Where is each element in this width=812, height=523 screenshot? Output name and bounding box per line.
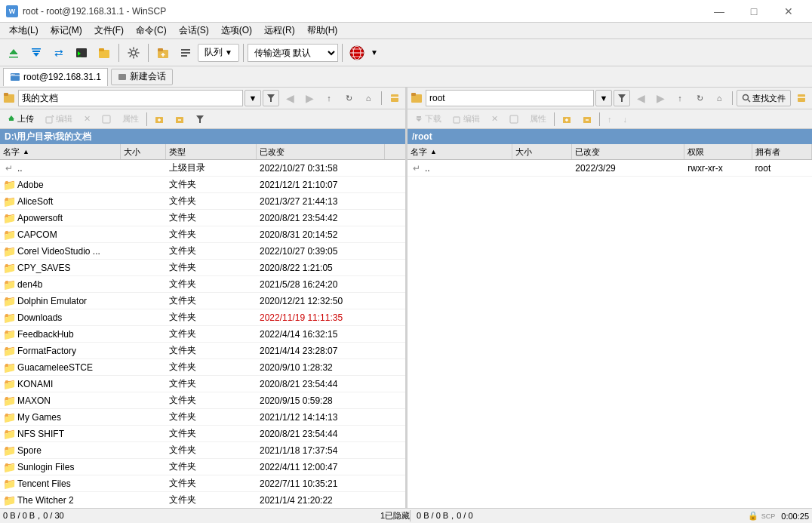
right-col-perm[interactable]: 权限 — [684, 144, 752, 159]
right-path-input[interactable] — [426, 90, 594, 106]
close-button[interactable]: ✕ — [771, 0, 806, 23]
menu-command[interactable]: 命令(C) — [130, 23, 173, 39]
right-filter-btn[interactable] — [614, 90, 630, 106]
left-home-btn[interactable]: ⌂ — [359, 90, 377, 106]
left-list-item[interactable]: 📁 Adobe 文件夹 2021/12/1 21:10:07 — [0, 177, 405, 193]
right-addr-sep — [732, 91, 733, 105]
left-col-date[interactable]: 已改变 — [257, 144, 385, 159]
maximize-button[interactable]: □ — [737, 0, 771, 23]
up-dir-icon: ↵ — [3, 162, 15, 174]
left-filter-btn2[interactable] — [190, 111, 210, 128]
status-bar: 0 B / 0 B，0 / 30 1已隐藏 0 B / 0 B，0 / 0 🔒 … — [0, 508, 812, 523]
left-list-item[interactable]: 📁 KONAMI 文件夹 2020/8/21 23:54:44 — [0, 376, 405, 392]
left-list-item[interactable]: 📁 The Witcher 2 文件夹 2021/1/4 21:20:22 — [0, 492, 405, 508]
left-col-name[interactable]: 名字 ▲ — [0, 144, 121, 159]
svg-rect-38 — [103, 115, 110, 123]
left-list-item[interactable]: 📁 Spore 文件夹 2021/1/18 17:37:54 — [0, 442, 405, 459]
left-list-item[interactable]: 📁 AliceSoft 文件夹 2021/3/27 21:44:13 — [0, 193, 405, 210]
left-refresh-btn[interactable]: ↻ — [340, 90, 358, 106]
right-bookmark-btn[interactable] — [792, 90, 810, 106]
upload-button[interactable] — [3, 42, 24, 63]
left-cell-name: 📁 Tencent Files — [0, 475, 121, 492]
status-left: 0 B / 0 B，0 / 30 1已隐藏 — [3, 510, 411, 521]
left-list-item[interactable]: 📁 NFS SHIFT 文件夹 2020/8/21 23:54:44 — [0, 426, 405, 442]
menu-local[interactable]: 本地(L) — [3, 23, 45, 39]
left-list-item[interactable]: ↵ .. 上级目录 2022/10/27 0:31:58 — [0, 160, 405, 177]
right-file-list[interactable]: 名字 ▲ 大小 已改变 权限 拥有者 ↵ .. 2022/3/29 rwxr-x… — [408, 144, 812, 508]
left-bookmark-btn[interactable] — [386, 90, 404, 106]
left-cell-name: 📁 FormatFactory — [0, 343, 121, 359]
left-newdir-btn[interactable] — [149, 111, 169, 128]
left-list-item[interactable]: 📁 Tencent Files 文件夹 2022/7/11 10:35:21 — [0, 475, 405, 492]
left-list-item[interactable]: 📁 Apowersoft 文件夹 2020/8/21 23:54:42 — [0, 210, 405, 226]
svg-marker-4 — [33, 53, 39, 57]
svg-marker-44 — [196, 115, 204, 123]
left-filter-btn[interactable] — [263, 90, 279, 106]
left-col-type[interactable]: 类型 — [166, 144, 257, 159]
right-home-btn[interactable]: ⌂ — [710, 90, 728, 106]
right-back-btn[interactable]: ◀ — [632, 90, 650, 106]
left-cell-size — [121, 276, 166, 293]
left-list-item[interactable]: 📁 den4b 文件夹 2021/5/28 16:24:20 — [0, 276, 405, 293]
left-list-item[interactable]: 📁 FeedbackHub 文件夹 2022/4/14 16:32:15 — [0, 326, 405, 343]
right-newdir-btn[interactable] — [557, 111, 577, 128]
left-cell-type: 文件夹 — [166, 376, 257, 392]
new-dir-button[interactable] — [152, 42, 174, 63]
session-tab[interactable]: root@192.168.31.1 — [3, 68, 108, 86]
left-deldir-btn[interactable] — [170, 111, 189, 128]
new-session-button[interactable]: 新建会话 — [111, 69, 173, 85]
global-icon[interactable] — [346, 42, 368, 63]
right-up-btn[interactable]: ↑ — [671, 90, 689, 106]
right-rename-btn — [504, 111, 524, 128]
right-col-owner[interactable]: 拥有者 — [752, 144, 812, 159]
left-cell-type: 文件夹 — [166, 359, 257, 376]
left-upload-btn[interactable]: 上传 — [2, 111, 39, 128]
right-forward-btn[interactable]: ▶ — [651, 90, 669, 106]
settings-button[interactable] — [123, 42, 144, 63]
left-path-input[interactable] — [18, 90, 243, 106]
download-button[interactable] — [26, 42, 47, 63]
left-list-item[interactable]: 📁 FormatFactory 文件夹 2021/4/14 23:28:07 — [0, 343, 405, 359]
queue-text-button[interactable]: 队列 ▼ — [198, 44, 239, 62]
minimize-button[interactable]: — — [702, 0, 737, 23]
right-deldir-btn[interactable] — [577, 111, 597, 128]
left-list-item[interactable]: 📁 MAXON 文件夹 2020/9/15 0:59:28 — [0, 392, 405, 409]
menu-help[interactable]: 帮助(H) — [301, 23, 344, 39]
transfer-select[interactable]: 传输选项 默认 — [248, 44, 338, 62]
open-explorer-button[interactable] — [94, 42, 115, 63]
left-list-item[interactable]: 📁 Corel VideoStudio ... 文件夹 2022/10/27 0… — [0, 243, 405, 260]
open-terminal-button[interactable]: _ — [71, 42, 92, 63]
right-col-date[interactable]: 已改变 — [572, 144, 684, 159]
left-list-item[interactable]: 📁 Sunlogin Files 文件夹 2022/4/11 12:00:47 — [0, 459, 405, 475]
left-file-list[interactable]: 名字 ▲ 大小 类型 已改变 ↵ .. 上级目录 2022/10/27 0:31… — [0, 144, 405, 508]
left-forward-btn[interactable]: ▶ — [300, 90, 318, 106]
find-files-btn[interactable]: 查找文件 — [737, 90, 791, 106]
right-col-size[interactable]: 大小 — [512, 144, 572, 159]
menu-file[interactable]: 文件(F) — [88, 23, 130, 39]
folder-icon: 📁 — [3, 428, 15, 440]
left-back-btn[interactable]: ◀ — [281, 90, 299, 106]
menu-options[interactable]: 选项(O) — [215, 23, 258, 39]
svg-marker-47 — [618, 94, 626, 102]
left-cell-date: 2020/8/21 23:54:42 — [257, 210, 385, 226]
right-col-name[interactable]: 名字 ▲ — [408, 144, 512, 159]
left-up-btn[interactable]: ↑ — [320, 90, 338, 106]
left-col-size[interactable]: 大小 — [121, 144, 166, 159]
left-list-item[interactable]: 📁 CAPCOM 文件夹 2020/8/31 20:14:52 — [0, 226, 405, 243]
menu-remote[interactable]: 远程(R) — [258, 23, 301, 39]
left-list-item[interactable]: 📁 My Games 文件夹 2021/1/12 14:14:13 — [0, 409, 405, 426]
left-cell-type: 上级目录 — [166, 160, 257, 177]
right-list-item[interactable]: ↵ .. 2022/3/29 rwxr-xr-x root — [408, 160, 812, 177]
right-dropdown-btn[interactable]: ▼ — [595, 90, 612, 106]
left-list-item[interactable]: 📁 CPY_SAVES 文件夹 2020/8/22 1:21:05 — [0, 260, 405, 276]
sync-button[interactable]: ⇄ — [48, 42, 69, 63]
svg-rect-30 — [4, 93, 8, 96]
right-refresh-btn[interactable]: ↻ — [691, 90, 709, 106]
left-dropdown-btn[interactable]: ▼ — [245, 90, 261, 106]
left-list-item[interactable]: 📁 Downloads 文件夹 2022/11/19 11:11:35 — [0, 309, 405, 326]
queue-button[interactable] — [175, 42, 196, 63]
left-list-item[interactable]: 📁 GuacameleeSTCE 文件夹 2020/9/10 1:28:32 — [0, 359, 405, 376]
menu-mark[interactable]: 标记(M) — [45, 23, 88, 39]
menu-session[interactable]: 会话(S) — [173, 23, 215, 39]
left-list-item[interactable]: 📁 Dolphin Emulator 文件夹 2020/12/21 12:32:… — [0, 293, 405, 309]
